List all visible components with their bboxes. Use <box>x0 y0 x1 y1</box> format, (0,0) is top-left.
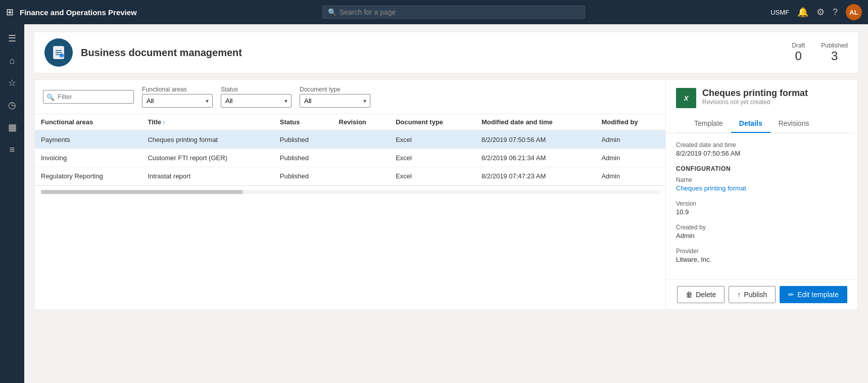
provider-label: Provider <box>676 248 847 255</box>
filter-bar: 🔍 Functional areas All Status Al <box>35 80 665 114</box>
search-input[interactable] <box>340 8 580 16</box>
edit-template-button[interactable]: ✏ Edit template <box>780 286 847 303</box>
sidebar-item-menu[interactable]: ☰ <box>2 28 22 49</box>
detail-title-row: X Cheques printing format Revisions not … <box>676 88 847 112</box>
cell-status: Published <box>274 167 333 185</box>
org-label: USMF <box>770 9 789 16</box>
status-label: Status <box>221 86 292 93</box>
cell-modified-date: 8/2/2019 07:47:23 AM <box>475 167 595 185</box>
functional-areas-select[interactable]: All <box>142 94 213 108</box>
col-title[interactable]: Title <box>141 114 273 130</box>
delete-label: Delete <box>696 291 716 299</box>
document-type-label: Document type <box>300 86 370 93</box>
cell-document-type: Excel <box>390 149 475 167</box>
publish-button[interactable]: ↑ Publish <box>729 286 776 303</box>
cell-modified-by: Admin <box>595 130 665 149</box>
document-type-select[interactable]: All <box>300 94 370 108</box>
scrollbar-track[interactable] <box>41 190 659 194</box>
tab-details[interactable]: Details <box>731 114 770 133</box>
grid-icon[interactable]: ⊞ <box>6 7 14 18</box>
notification-icon[interactable]: 🔔 <box>797 7 808 18</box>
sidebar-item-recent[interactable]: ◷ <box>2 95 22 115</box>
page-header: i Business document management Draft 0 P… <box>34 32 858 73</box>
scrollbar-area <box>35 185 665 198</box>
cell-document-type: Excel <box>390 167 475 185</box>
delete-button[interactable]: 🗑 Delete <box>677 286 725 303</box>
search-bar: 🔍 <box>322 6 585 19</box>
created-date-field: Created date and time 8/2/2019 07:50:56 … <box>676 141 847 157</box>
delete-icon: 🗑 <box>686 291 693 299</box>
col-status: Status <box>274 114 333 130</box>
detail-title: Cheques printing format <box>702 88 808 99</box>
detail-doc-icon-label: X <box>684 94 689 102</box>
sidebar-item-workspaces[interactable]: ▦ <box>2 117 22 137</box>
name-value: Cheques printing format <box>676 184 847 192</box>
created-by-value: Admin <box>676 232 847 240</box>
sidebar: ☰ ⌂ ☆ ◷ ▦ ≡ <box>0 24 24 383</box>
settings-icon[interactable]: ⚙ <box>816 7 825 18</box>
created-date-value: 8/2/2019 07:50:56 AM <box>676 150 847 157</box>
tab-template[interactable]: Template <box>686 114 731 133</box>
cell-status: Published <box>274 149 333 167</box>
created-by-label: Created by <box>676 224 847 231</box>
document-type-filter: Document type All <box>300 86 370 108</box>
content-area: 🔍 Functional areas All Status Al <box>34 79 858 310</box>
col-document-type: Document type <box>390 114 475 130</box>
cell-modified-date: 8/2/2019 06:21:34 AM <box>475 149 595 167</box>
name-label: Name <box>676 176 847 183</box>
filter-input[interactable] <box>43 90 134 104</box>
cell-title: Intrastat report <box>141 167 273 185</box>
help-icon[interactable]: ? <box>833 7 838 18</box>
detail-doc-icon: X <box>676 88 696 108</box>
data-table: Functional areas Title Status Revision D… <box>35 114 665 185</box>
page-title: Business document management <box>81 47 242 59</box>
avatar[interactable]: AL <box>846 4 862 20</box>
provider-value: Litware, Inc. <box>676 256 847 263</box>
cell-revision <box>333 130 390 149</box>
sidebar-item-home[interactable]: ⌂ <box>2 51 22 71</box>
table-scroll-area: Functional areas Title Status Revision D… <box>35 114 665 185</box>
cell-modified-date: 8/2/2019 07:50:56 AM <box>475 130 595 149</box>
edit-icon: ✏ <box>788 291 794 299</box>
cell-revision <box>333 167 390 185</box>
cell-title: Cheques printing format <box>141 130 273 149</box>
published-stat: Published 3 <box>821 42 848 63</box>
version-value: 10.9 <box>676 208 847 216</box>
name-field: Name Cheques printing format <box>676 176 847 192</box>
cell-document-type: Excel <box>390 130 475 149</box>
cell-title: Customer FTI report (GER) <box>141 149 273 167</box>
provider-field: Provider Litware, Inc. <box>676 248 847 263</box>
search-icon: 🔍 <box>328 8 336 16</box>
scrollbar-thumb[interactable] <box>41 190 243 194</box>
main-content: i Business document management Draft 0 P… <box>24 24 868 383</box>
cell-functional-area: Invoicing <box>35 149 141 167</box>
publish-icon: ↑ <box>737 291 741 299</box>
functional-areas-filter: Functional areas All <box>142 86 213 108</box>
cell-revision <box>333 149 390 167</box>
col-revision: Revision <box>333 114 390 130</box>
version-field: Version 10.9 <box>676 200 847 216</box>
col-modified-by: Modified by <box>595 114 665 130</box>
table-row[interactable]: Invoicing Customer FTI report (GER) Publ… <box>35 149 665 167</box>
version-label: Version <box>676 200 847 207</box>
sidebar-item-list[interactable]: ≡ <box>2 139 22 160</box>
page-stats: Draft 0 Published 3 <box>792 42 848 63</box>
tab-revisions[interactable]: Revisions <box>770 114 817 133</box>
table-row[interactable]: Regulatory Reporting Intrastat report Pu… <box>35 167 665 185</box>
page-header-icon: i <box>44 38 73 67</box>
app-title: Finance and Operations Preview <box>20 8 137 17</box>
cell-functional-area: Regulatory Reporting <box>35 167 141 185</box>
draft-count: 0 <box>792 49 805 63</box>
draft-stat: Draft 0 <box>792 42 805 63</box>
cell-status: Published <box>274 130 333 149</box>
filter-search-icon: 🔍 <box>46 93 55 101</box>
sidebar-item-favorites[interactable]: ☆ <box>2 73 22 93</box>
table-row[interactable]: Payments Cheques printing format Publish… <box>35 130 665 149</box>
edit-template-label: Edit template <box>797 291 839 299</box>
detail-footer: 🗑 Delete ↑ Publish ✏ Edit template <box>666 279 857 309</box>
topnav-right: USMF 🔔 ⚙ ? AL <box>770 4 862 20</box>
configuration-section-title: CONFIGURATION <box>676 165 847 172</box>
status-select[interactable]: All <box>221 94 292 108</box>
functional-areas-select-wrap: All <box>142 94 213 108</box>
detail-subtitle: Revisions not yet created <box>702 99 808 106</box>
